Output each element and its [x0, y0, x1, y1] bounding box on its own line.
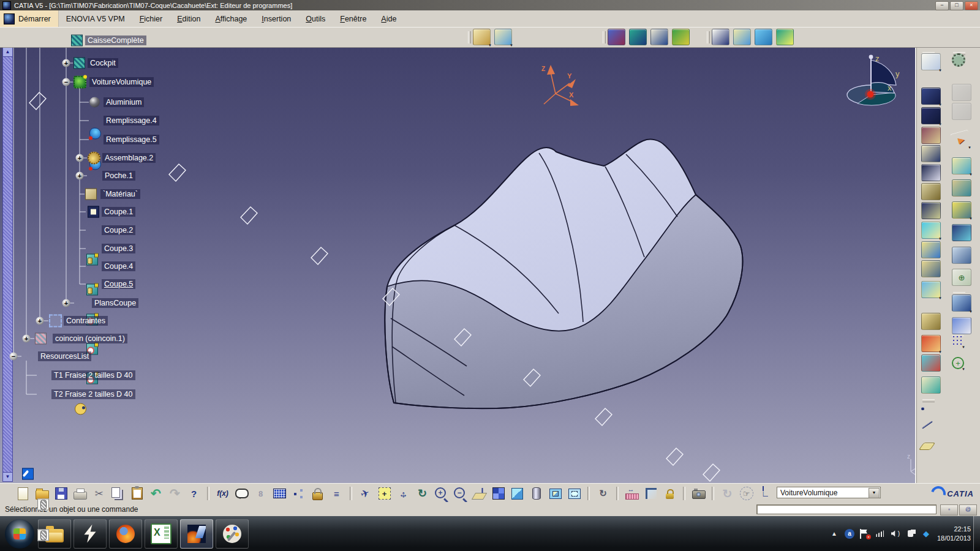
- right-toolbar-point-button[interactable]: [921, 407, 924, 410]
- right-toolbar-multi-pad-button[interactable]: ▼: [921, 222, 941, 239]
- bottom-toolbar-measure-inertia-button[interactable]: [662, 485, 678, 501]
- menu-edition[interactable]: Edition: [170, 10, 208, 27]
- tree-icon-assemblage-2[interactable]: [88, 152, 100, 165]
- tray-volume-icon[interactable]: [891, 529, 900, 539]
- dropdown-arrow-icon[interactable]: ▼: [969, 217, 973, 220]
- 3d-viewport[interactable]: [0, 47, 980, 483]
- right-toolbar-line-button[interactable]: [921, 424, 933, 425]
- bottom-toolbar-lock-button[interactable]: [309, 485, 326, 501]
- top-toolbar-surface-pair-button[interactable]: [733, 29, 751, 45]
- bottom-toolbar-fly-mode-button[interactable]: ✈: [357, 485, 374, 501]
- bottom-toolbar-normal-view-button[interactable]: [471, 485, 488, 501]
- menu-enovia-v5-vpm[interactable]: ENOVIA V5 VPM: [59, 10, 132, 27]
- close-button[interactable]: ×: [965, 1, 978, 10]
- bottom-toolbar-measure-between-button[interactable]: [624, 485, 640, 501]
- power-input-field[interactable]: [756, 504, 937, 514]
- tree-expander-voiturevolumique[interactable]: −: [62, 78, 70, 86]
- tree-expander-coincoin-coincoin-1[interactable]: +: [23, 335, 31, 343]
- tree-item-caissecompl-te[interactable]: CaisseComplète: [85, 36, 146, 45]
- right-toolbar-disabled-tool-a-button[interactable]: [952, 84, 971, 101]
- tree-icon-poche-1[interactable]: [88, 206, 99, 218]
- tree-item-remplissage-5[interactable]: Remplissage.5: [104, 135, 159, 144]
- show-desktop-button[interactable]: [973, 516, 980, 551]
- right-toolbar-assemble-red-button[interactable]: ▼: [921, 335, 941, 352]
- right-toolbar-scale-target-button[interactable]: +▼: [952, 357, 964, 369]
- right-toolbar-plane-button[interactable]: [921, 443, 933, 450]
- top-toolbar-surface-check-button[interactable]: [629, 29, 647, 45]
- menu-aide[interactable]: Aide: [374, 10, 404, 27]
- menu-insertion[interactable]: Insertion: [254, 10, 298, 27]
- right-toolbar-rib-button[interactable]: [921, 183, 941, 200]
- bottom-toolbar-knowledge-link-button[interactable]: 8: [252, 485, 269, 501]
- tree-item-contraintes[interactable]: Contraintes: [64, 316, 108, 326]
- workbench-aux-button[interactable]: ▫: [940, 504, 958, 515]
- toolbar-grip[interactable]: [707, 31, 710, 43]
- top-toolbar-blue-blob-button[interactable]: [755, 29, 772, 45]
- start-button[interactable]: [5, 519, 34, 549]
- right-toolbar-wave-surface-button[interactable]: [921, 241, 941, 258]
- tree-expander-cockpit[interactable]: +: [62, 59, 70, 67]
- right-toolbar-pad-button[interactable]: ▼: [921, 88, 941, 105]
- bottom-toolbar-manipulation-button[interactable]: ☞: [738, 485, 755, 501]
- bottom-toolbar-shading-view-button[interactable]: [547, 485, 564, 501]
- menu-affichage[interactable]: Affichage: [208, 10, 254, 27]
- bottom-toolbar-design-table-button[interactable]: [271, 485, 288, 501]
- right-toolbar-surface-dome-button[interactable]: ▼: [952, 157, 971, 174]
- power-input-aux-button[interactable]: @: [959, 504, 977, 515]
- tree-icon-coincoin-coincoin-1[interactable]: [35, 333, 47, 345]
- top-toolbar-prism-spark-button[interactable]: [608, 29, 625, 45]
- menu-demarrer[interactable]: Démarrer: [18, 15, 51, 23]
- bottom-toolbar-formula-button[interactable]: f(x): [214, 485, 231, 501]
- tree-item-assemblage-2[interactable]: Assemblage.2: [102, 153, 156, 163]
- right-toolbar-select-arrow-button[interactable]: ▶▼: [952, 132, 970, 148]
- bottom-toolbar-pan-button[interactable]: ↔: [395, 485, 412, 501]
- tree-icon-contraintes[interactable]: [49, 315, 62, 328]
- tray-power-icon[interactable]: [906, 529, 916, 539]
- tree-icon-coupe-2[interactable]: [86, 284, 98, 296]
- dropdown-arrow-icon[interactable]: ▼: [962, 367, 965, 371]
- dropdown-arrow-icon[interactable]: ▼: [510, 43, 513, 47]
- bottom-toolbar-zoom-in-button[interactable]: +: [433, 485, 450, 501]
- right-toolbar-assemble-multi-button[interactable]: [921, 354, 941, 372]
- tree-scroll-up-button[interactable]: ▲: [2, 47, 13, 57]
- tree-icon-remplissage-4[interactable]: [89, 128, 101, 140]
- tree-expander-poche-1[interactable]: +: [76, 172, 84, 180]
- tree-item-coupe-5[interactable]: Coupe.5: [102, 279, 135, 289]
- taskbar-clock[interactable]: 22:15 18/01/2013: [937, 525, 971, 542]
- bottom-toolbar-new-document-button[interactable]: [15, 485, 31, 501]
- tree-icon-cockpit[interactable]: [74, 58, 85, 69]
- top-toolbar-open-catalog-button[interactable]: ▼: [473, 29, 491, 45]
- tray-action-center-icon[interactable]: [860, 529, 870, 539]
- tree-item-planscoupe[interactable]: PlansCoupe: [92, 298, 138, 308]
- dropdown-arrow-icon[interactable]: ▼: [938, 237, 942, 241]
- bottom-toolbar-multi-view-button[interactable]: [490, 485, 507, 501]
- dropdown-arrow-icon[interactable]: ▼: [968, 146, 971, 149]
- top-toolbar-open-process-button[interactable]: ▼: [494, 29, 512, 45]
- tree-item-coupe-2[interactable]: Coupe.2: [102, 225, 135, 235]
- top-toolbar-target-compass-button[interactable]: [650, 29, 668, 45]
- top-toolbar-part-box-button[interactable]: [712, 29, 729, 45]
- right-toolbar-push-pull-button[interactable]: ▼: [952, 294, 971, 312]
- start-menu-cell[interactable]: Démarrer: [0, 10, 59, 27]
- tray-network-icon[interactable]: [875, 529, 885, 539]
- tree-item-coincoin-coincoin-1[interactable]: coincoin (coincoin.1): [53, 334, 127, 343]
- tray-dropbox-icon[interactable]: ◆: [921, 529, 931, 539]
- right-toolbar-assemble-tan-button[interactable]: [921, 313, 941, 330]
- right-toolbar-hole-button[interactable]: [921, 164, 941, 181]
- tree-item-coupe-3[interactable]: Coupe.3: [102, 244, 135, 253]
- dropdown-arrow-icon[interactable]: ▼: [938, 103, 942, 107]
- bottom-toolbar-comment-button[interactable]: [233, 485, 250, 501]
- taskbar-winamp-button[interactable]: [74, 519, 107, 549]
- tree-expander-planscoupe[interactable]: +: [62, 299, 70, 307]
- tree-icon-t2-fraise-2-tailles-d-40[interactable]: [37, 530, 49, 541]
- right-toolbar-surface-fin-button[interactable]: [952, 224, 971, 241]
- bottom-toolbar-turntable-button[interactable]: ↻: [595, 485, 611, 501]
- right-toolbar-thick-surface-button[interactable]: [921, 260, 941, 277]
- tree-icon-planscoupe[interactable]: [75, 403, 86, 415]
- bottom-toolbar-fit-all-in-button[interactable]: +: [376, 485, 393, 501]
- bottom-toolbar-update-button[interactable]: ↻: [719, 485, 736, 501]
- tree-item-t2-fraise-2-tailles-d-40[interactable]: T2 Fraise 2 tailles D 40: [51, 389, 135, 399]
- tree-item-cockpit[interactable]: Cockpit: [88, 58, 118, 68]
- bottom-toolbar-rules-list-button[interactable]: ≡: [328, 485, 345, 501]
- tree-icon-caissecompl-te[interactable]: [71, 35, 83, 47]
